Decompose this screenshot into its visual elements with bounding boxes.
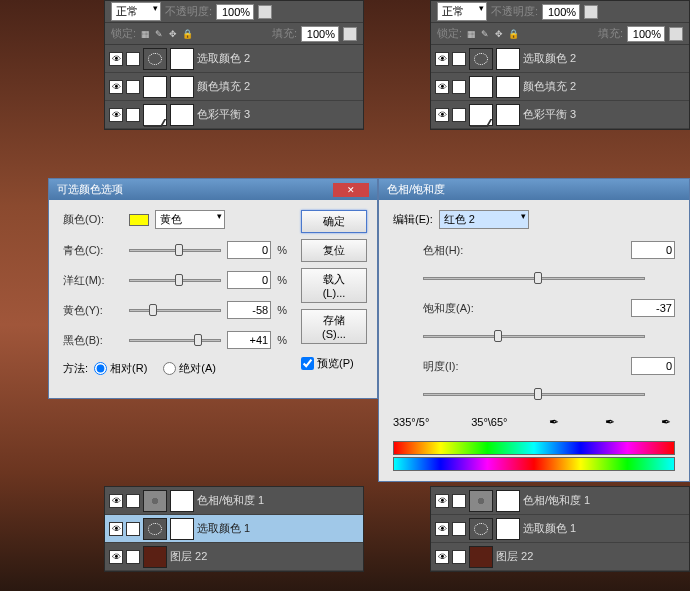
reset-button[interactable]: 复位 bbox=[301, 239, 367, 262]
layer-mask[interactable] bbox=[496, 490, 520, 512]
visibility-icon[interactable]: 👁 bbox=[435, 108, 449, 122]
layer-thumb[interactable] bbox=[143, 546, 167, 568]
layer-row[interactable]: 👁 选取颜色 2 bbox=[431, 45, 689, 73]
blend-mode-dropdown[interactable]: 正常 bbox=[111, 2, 161, 21]
layer-row[interactable]: 👁 色彩平衡 3 bbox=[105, 101, 363, 129]
visibility-icon[interactable]: 👁 bbox=[109, 80, 123, 94]
lock-brush-icon[interactable]: ✎ bbox=[154, 29, 164, 39]
layer-thumb[interactable] bbox=[469, 546, 493, 568]
spectrum-bar-2[interactable] bbox=[393, 457, 675, 471]
visibility-icon[interactable]: 👁 bbox=[435, 80, 449, 94]
visibility-icon[interactable]: 👁 bbox=[109, 550, 123, 564]
lock-pixels-icon[interactable]: ▦ bbox=[466, 29, 476, 39]
layer-thumb[interactable] bbox=[469, 490, 493, 512]
visibility-icon[interactable]: 👁 bbox=[435, 522, 449, 536]
layer-thumb[interactable] bbox=[469, 518, 493, 540]
layer-row[interactable]: 👁 图层 22 bbox=[105, 543, 363, 571]
layer-row[interactable]: 👁 色相/饱和度 1 bbox=[105, 487, 363, 515]
color-dropdown[interactable]: 黄色 bbox=[155, 210, 225, 229]
dialog-titlebar[interactable]: 色相/饱和度 bbox=[379, 179, 689, 200]
close-icon[interactable]: ✕ bbox=[333, 183, 369, 197]
fill-arrow-icon[interactable] bbox=[669, 27, 683, 41]
yellow-input[interactable] bbox=[227, 301, 271, 319]
layer-mask[interactable] bbox=[170, 76, 194, 98]
relative-radio[interactable]: 相对(R) bbox=[94, 361, 147, 376]
black-slider[interactable] bbox=[129, 333, 221, 347]
opacity-input[interactable]: 100% bbox=[542, 4, 580, 20]
lock-all-icon[interactable]: 🔒 bbox=[182, 29, 192, 39]
light-input[interactable] bbox=[631, 357, 675, 375]
visibility-icon[interactable]: 👁 bbox=[109, 494, 123, 508]
load-button[interactable]: 载入(L)... bbox=[301, 268, 367, 303]
layer-mask[interactable] bbox=[170, 104, 194, 126]
absolute-radio[interactable]: 绝对(A) bbox=[163, 361, 216, 376]
range-left: 335°/5° bbox=[393, 416, 429, 428]
preview-checkbox[interactable]: 预览(P) bbox=[301, 356, 354, 371]
visibility-icon[interactable]: 👁 bbox=[435, 550, 449, 564]
lock-pixels-icon[interactable]: ▦ bbox=[140, 29, 150, 39]
blend-mode-dropdown[interactable]: 正常 bbox=[437, 2, 487, 21]
lock-move-icon[interactable]: ✥ bbox=[168, 29, 178, 39]
layers-panel-right-bottom: 👁 色相/饱和度 1 👁 选取颜色 1 👁 图层 22 bbox=[430, 486, 690, 572]
visibility-icon[interactable]: 👁 bbox=[109, 108, 123, 122]
edit-dropdown[interactable]: 红色 2 bbox=[439, 210, 529, 229]
visibility-icon[interactable]: 👁 bbox=[435, 494, 449, 508]
opacity-arrow-icon[interactable] bbox=[584, 5, 598, 19]
opacity-arrow-icon[interactable] bbox=[258, 5, 272, 19]
light-label: 明度(I): bbox=[423, 359, 483, 374]
dialog-titlebar[interactable]: 可选颜色选项 ✕ bbox=[49, 179, 377, 200]
spectrum-bar[interactable] bbox=[393, 441, 675, 455]
eyedropper-icon[interactable]: ✒ bbox=[549, 415, 563, 429]
sat-label: 饱和度(A): bbox=[423, 301, 483, 316]
layer-mask[interactable] bbox=[170, 518, 194, 540]
magenta-slider[interactable] bbox=[129, 273, 221, 287]
layer-thumb[interactable] bbox=[143, 104, 167, 126]
layer-mask[interactable] bbox=[496, 76, 520, 98]
layer-mask[interactable] bbox=[170, 48, 194, 70]
sat-input[interactable] bbox=[631, 299, 675, 317]
layer-mask[interactable] bbox=[496, 518, 520, 540]
visibility-icon[interactable]: 👁 bbox=[435, 52, 449, 66]
hue-input[interactable] bbox=[631, 241, 675, 259]
visibility-icon[interactable]: 👁 bbox=[109, 522, 123, 536]
hue-slider[interactable] bbox=[423, 271, 645, 285]
layer-row[interactable]: 👁 色彩平衡 3 bbox=[431, 101, 689, 129]
cyan-input[interactable] bbox=[227, 241, 271, 259]
ok-button[interactable]: 确定 bbox=[301, 210, 367, 233]
save-button[interactable]: 存储(S)... bbox=[301, 309, 367, 344]
layer-row[interactable]: 👁 颜色填充 2 bbox=[105, 73, 363, 101]
eyedropper-sub-icon[interactable]: ✒ bbox=[661, 415, 675, 429]
layer-thumb[interactable] bbox=[469, 104, 493, 126]
lock-brush-icon[interactable]: ✎ bbox=[480, 29, 490, 39]
yellow-slider[interactable] bbox=[129, 303, 221, 317]
fill-input[interactable]: 100% bbox=[301, 26, 339, 42]
layer-thumb[interactable] bbox=[143, 518, 167, 540]
layer-thumb[interactable] bbox=[143, 76, 167, 98]
fill-arrow-icon[interactable] bbox=[343, 27, 357, 41]
layer-thumb[interactable] bbox=[143, 48, 167, 70]
lock-all-icon[interactable]: 🔒 bbox=[508, 29, 518, 39]
layer-row[interactable]: 👁 选取颜色 2 bbox=[105, 45, 363, 73]
layer-thumb[interactable] bbox=[469, 48, 493, 70]
light-slider[interactable] bbox=[423, 387, 645, 401]
visibility-icon[interactable]: 👁 bbox=[109, 52, 123, 66]
eyedropper-add-icon[interactable]: ✒ bbox=[605, 415, 619, 429]
layer-mask[interactable] bbox=[496, 48, 520, 70]
opacity-input[interactable]: 100% bbox=[216, 4, 254, 20]
layer-thumb[interactable] bbox=[143, 490, 167, 512]
magenta-input[interactable] bbox=[227, 271, 271, 289]
cyan-slider[interactable] bbox=[129, 243, 221, 257]
layer-mask[interactable] bbox=[496, 104, 520, 126]
layer-row[interactable]: 👁 选取颜色 1 bbox=[105, 515, 363, 543]
layer-thumb[interactable] bbox=[469, 76, 493, 98]
layer-row[interactable]: 👁 图层 22 bbox=[431, 543, 689, 571]
layer-row[interactable]: 👁 色相/饱和度 1 bbox=[431, 487, 689, 515]
lock-move-icon[interactable]: ✥ bbox=[494, 29, 504, 39]
layer-row[interactable]: 👁 颜色填充 2 bbox=[431, 73, 689, 101]
black-input[interactable] bbox=[227, 331, 271, 349]
layer-row[interactable]: 👁 选取颜色 1 bbox=[431, 515, 689, 543]
layer-mask[interactable] bbox=[170, 490, 194, 512]
fill-input[interactable]: 100% bbox=[627, 26, 665, 42]
sat-slider[interactable] bbox=[423, 329, 645, 343]
layer-name: 图层 22 bbox=[170, 549, 359, 564]
